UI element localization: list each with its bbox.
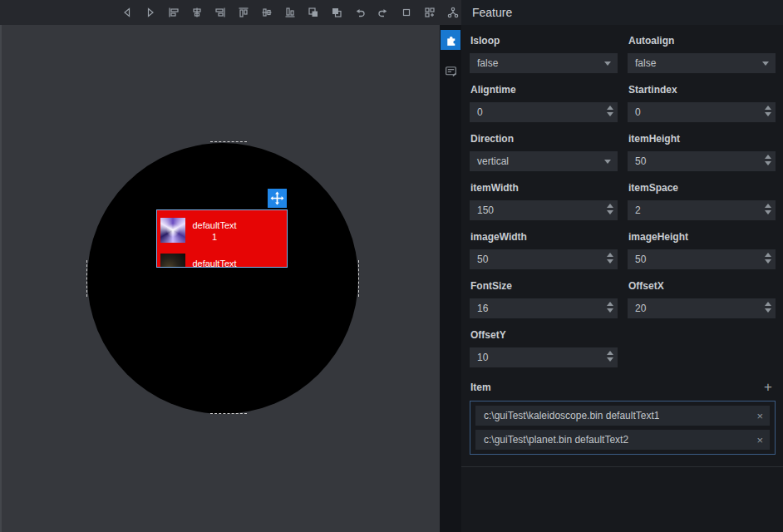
spinner-down-icon[interactable]	[607, 308, 613, 313]
spinner-value: 2	[635, 204, 641, 216]
offsetx-spinner[interactable]: 20	[628, 298, 776, 318]
field-itemheight: itemHeight 50	[628, 130, 776, 179]
spinner-arrows[interactable]	[607, 351, 613, 362]
design-canvas[interactable]: defaultText 1 defaultText	[0, 25, 440, 532]
add-item-button[interactable]: +	[764, 382, 775, 393]
spinner-value: 10	[477, 352, 488, 363]
align-left-icon[interactable]	[166, 5, 181, 20]
move-handle[interactable]	[268, 189, 287, 208]
fontsize-spinner[interactable]: 16	[470, 298, 618, 318]
redo-icon[interactable]	[376, 5, 391, 20]
spinner-arrows[interactable]	[607, 106, 613, 116]
list-item-1-line1: defaultText	[187, 219, 242, 231]
stop-icon[interactable]	[399, 5, 414, 20]
remove-item-button[interactable]: ×	[750, 410, 763, 422]
align-center-horizontal-icon[interactable]	[190, 5, 204, 20]
field-offsetx: OffsetX 20	[628, 277, 776, 326]
align-bottom-icon[interactable]	[283, 5, 298, 20]
spinner-up-icon[interactable]	[607, 253, 613, 257]
align-right-icon[interactable]	[213, 5, 228, 20]
spinner-arrows[interactable]	[607, 204, 613, 214]
spinner-down-icon[interactable]	[607, 259, 613, 264]
nav-forward-icon[interactable]	[143, 5, 158, 20]
list-item[interactable]: c:\guiTest\kaleidoscope.bin defaultText1…	[475, 406, 770, 426]
snap-grid-icon[interactable]	[422, 5, 437, 20]
spinner-down-icon[interactable]	[765, 210, 771, 214]
list-item-1-text: defaultText 1	[187, 219, 242, 243]
spinner-arrows[interactable]	[607, 253, 613, 264]
itemheight-spinner[interactable]: 50	[628, 151, 776, 171]
panel-header: Feature	[461, 0, 783, 25]
circle-widget[interactable]	[87, 143, 358, 414]
direction-dropdown[interactable]: vertical	[470, 151, 618, 171]
field-label: itemWidth	[470, 182, 618, 194]
selection-dash-left	[86, 260, 87, 297]
spinner-arrows[interactable]	[765, 204, 771, 214]
spinner-arrows[interactable]	[765, 302, 771, 313]
nav-back-icon[interactable]	[120, 5, 135, 20]
main-area: defaultText 1 defaultText	[0, 25, 783, 532]
bring-forward-icon[interactable]	[306, 5, 321, 20]
page-title: Feature	[472, 6, 512, 19]
hierarchy-icon[interactable]	[446, 5, 460, 20]
spinner-up-icon[interactable]	[607, 302, 613, 306]
feature-panel: Isloop false Autoalign false Aligntime	[461, 25, 783, 532]
field-label: Direction	[470, 133, 618, 145]
align-middle-vertical-icon[interactable]	[259, 5, 274, 20]
spinner-up-icon[interactable]	[607, 351, 613, 355]
tab-widgets[interactable]	[441, 30, 460, 50]
spinner-up-icon[interactable]	[765, 155, 771, 159]
spinner-up-icon[interactable]	[765, 302, 771, 306]
aligntime-spinner[interactable]: 0	[470, 102, 618, 122]
spinner-down-icon[interactable]	[607, 112, 613, 116]
spinner-up-icon[interactable]	[765, 106, 771, 110]
spinner-up-icon[interactable]	[765, 204, 771, 208]
itemwidth-spinner[interactable]: 150	[470, 200, 618, 220]
spinner-down-icon[interactable]	[765, 161, 771, 165]
spinner-value: 0	[477, 106, 483, 118]
spinner-up-icon[interactable]	[607, 204, 613, 208]
field-fontsize: FontSize 16	[470, 277, 618, 326]
spinner-down-icon[interactable]	[607, 210, 613, 214]
list-item[interactable]: c:\guiTest\planet.bin defaultText2 ×	[475, 430, 770, 450]
spinner-arrows[interactable]	[607, 302, 613, 313]
puzzle-icon	[444, 33, 458, 47]
offsety-spinner[interactable]: 10	[470, 347, 618, 367]
spinner-down-icon[interactable]	[765, 112, 771, 116]
spinner-down-icon[interactable]	[607, 357, 613, 362]
chevron-down-icon	[762, 62, 769, 66]
field-label: itemHeight	[628, 133, 776, 145]
spinner-value: 50	[635, 155, 646, 167]
field-offsety: OffsetY 10	[470, 326, 618, 375]
field-imageheight: imageHeight 50	[628, 228, 776, 277]
spinner-arrows[interactable]	[765, 106, 771, 116]
spinner-up-icon[interactable]	[607, 106, 613, 110]
isloop-dropdown[interactable]: false	[470, 53, 618, 73]
remove-item-button[interactable]: ×	[750, 434, 763, 446]
spinner-value: 0	[635, 106, 641, 118]
startindex-spinner[interactable]: 0	[628, 102, 776, 122]
undo-icon[interactable]	[352, 5, 367, 20]
spinner-up-icon[interactable]	[765, 253, 771, 257]
toolbar	[0, 0, 461, 25]
send-backward-icon[interactable]	[329, 5, 344, 20]
imageheight-spinner[interactable]: 50	[628, 249, 776, 269]
field-label: OffsetY	[470, 329, 618, 341]
spinner-down-icon[interactable]	[765, 259, 771, 264]
item-list: c:\guiTest\kaleidoscope.bin defaultText1…	[470, 401, 776, 455]
autoalign-dropdown[interactable]: false	[628, 53, 776, 73]
field-label: imageHeight	[628, 231, 776, 243]
itemspace-spinner[interactable]: 2	[628, 200, 776, 220]
spinner-arrows[interactable]	[765, 155, 771, 165]
spinner-arrows[interactable]	[765, 253, 771, 264]
field-label: Isloop	[470, 35, 618, 47]
imagewidth-spinner[interactable]: 50	[470, 249, 618, 269]
field-label: itemSpace	[628, 182, 776, 194]
field-isloop: Isloop false	[470, 32, 618, 81]
app-window: Feature defaultText 1 defaultText	[0, 0, 783, 532]
spinner-down-icon[interactable]	[765, 308, 771, 313]
kaleidoscope-thumbnail	[160, 218, 185, 243]
list-widget[interactable]: defaultText 1 defaultText	[156, 209, 288, 268]
align-top-icon[interactable]	[236, 5, 251, 20]
tab-properties[interactable]	[441, 61, 460, 81]
